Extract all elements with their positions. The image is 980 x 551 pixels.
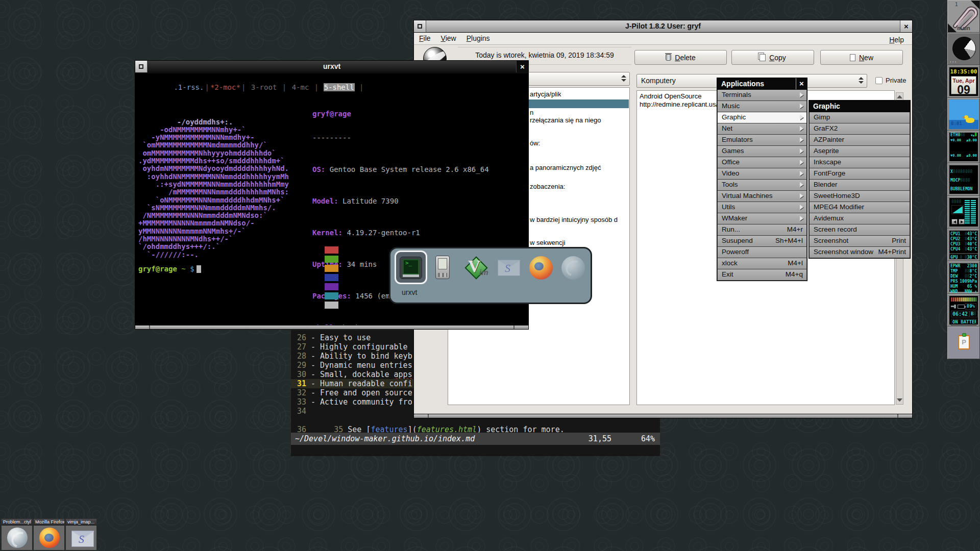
checkbox-icon[interactable] xyxy=(875,77,883,84)
menu-item[interactable]: Music xyxy=(717,101,807,112)
menu-titlebar[interactable]: Applications × xyxy=(717,78,807,90)
firefox-icon xyxy=(529,256,553,280)
menu-item[interactable]: Virtual Machines xyxy=(717,191,807,202)
dock-clock[interactable]: 18:35:00 Tue, Apr 09 xyxy=(947,65,980,98)
dock-gnustep-app[interactable]: ... xyxy=(947,33,980,65)
dock-parcellite[interactable]: P xyxy=(947,327,980,359)
switcher-icon-firefox[interactable] xyxy=(528,255,554,281)
memo-list-line[interactable]: artycja/plik xyxy=(530,90,561,98)
miniwindow[interactable]: vimja_imap... S xyxy=(65,518,97,550)
dock-weather[interactable]: EPWR2300 TMP888°C DEW882°C PRS1009hPa HU… xyxy=(947,261,980,294)
new-button[interactable]: New xyxy=(820,50,903,65)
menu-item[interactable]: Screenshot window M4+Print xyxy=(809,247,910,258)
menu-item[interactable]: Terminals xyxy=(717,90,807,101)
menu-item[interactable]: Inkscape xyxy=(809,157,910,168)
switcher-icon-clawsmail[interactable]: S xyxy=(496,255,522,281)
clip-prev-arrow[interactable] xyxy=(948,23,957,32)
menu-item[interactable]: Utils xyxy=(717,202,807,213)
menubar-item[interactable]: File xyxy=(414,33,436,44)
menu-item[interactable]: Susupend Sh+M4+l xyxy=(717,236,807,247)
dock-mixer[interactable]: 8888 xyxy=(947,196,980,229)
terminal-tab[interactable]: 3-root xyxy=(251,83,278,91)
terminal-tab[interactable]: | xyxy=(241,83,251,91)
dock-network-monitor[interactable]: ETH088▼▲8 ▼0.00▲0.00 ▼0.00▲0.00 xyxy=(947,131,980,163)
memo-list-line[interactable]: zobaczenia: xyxy=(530,183,565,190)
memo-list-line[interactable]: w bardziej intuicyjny sposób d xyxy=(530,216,618,223)
miniwindow[interactable]: Mozilla Firefox xyxy=(33,518,65,550)
close-button[interactable]: × xyxy=(900,20,912,32)
menu-item[interactable]: Blender xyxy=(809,180,910,191)
menu-item[interactable]: Emulators xyxy=(717,135,807,146)
menu-close-button[interactable]: × xyxy=(796,78,807,89)
memo-list-line[interactable]: n xyxy=(530,109,533,116)
dock-battery[interactable]: 89% 06:42B8 ON BATTERY xyxy=(947,294,980,327)
switcher-icon-firefox-old[interactable] xyxy=(560,255,586,281)
switcher-icon-urxvt[interactable]: >_ xyxy=(398,255,424,281)
menu-item[interactable]: Screen record xyxy=(809,224,910,236)
menu-item[interactable]: Tools xyxy=(717,180,807,191)
clip-next-arrow[interactable] xyxy=(971,1,979,9)
memo-list-line[interactable]: a panoramicznych zdjęć xyxy=(530,164,601,171)
cpu-temp-row: CPU2843°C xyxy=(949,237,978,242)
terminal-tab[interactable]: 5-shell xyxy=(324,83,355,91)
dock-clip[interactable]: 1 main xyxy=(947,0,980,33)
memo-list-line[interactable]: ów: xyxy=(530,139,540,147)
terminal-tab[interactable]: 4-mc xyxy=(291,83,310,91)
menu-item[interactable]: Office xyxy=(717,157,807,168)
terminal-tab[interactable]: .1-rss. xyxy=(173,83,204,91)
menu-item[interactable]: MPEG4 Modifier xyxy=(809,202,910,213)
miniaturize-button[interactable] xyxy=(135,61,148,72)
menu-item[interactable]: Games xyxy=(717,146,807,157)
menu-item[interactable]: Graphic xyxy=(717,112,807,123)
menu-item[interactable]: Screenshot Print xyxy=(809,236,910,247)
menu-item[interactable]: FontForge xyxy=(809,168,910,180)
app-switcher-panel[interactable]: >_ Vim S urxvt xyxy=(389,247,592,304)
resize-bar[interactable] xyxy=(135,325,528,329)
close-icon: × xyxy=(799,79,804,88)
menu-item[interactable]: Run... M4+r xyxy=(717,224,807,236)
delete-button[interactable]: Delete xyxy=(634,50,727,65)
switcher-icon-jpilot[interactable] xyxy=(429,255,456,281)
volume-triangle[interactable] xyxy=(951,205,964,214)
mixer-buttons[interactable] xyxy=(951,219,965,224)
menubar-item[interactable]: Plugins xyxy=(461,33,495,44)
graphic-submenu[interactable]: Graphic Gimp GraFX2 AZPainter Aseprite xyxy=(808,100,911,259)
resize-bar[interactable] xyxy=(414,414,912,418)
memo-list-line[interactable]: w sekwencji xyxy=(530,239,565,246)
dock-lcd-status[interactable]: X88888888 MOCP8888 BUBBLEMON xyxy=(947,163,980,196)
miniaturize-button[interactable] xyxy=(414,20,426,32)
scroll-up-icon[interactable] xyxy=(897,95,902,98)
switcher-icon-vim[interactable]: Vim xyxy=(463,255,489,281)
close-button[interactable]: × xyxy=(516,61,528,72)
menu-item[interactable]: Avidemux xyxy=(809,213,910,224)
jpilot-titlebar[interactable]: J-Pilot 1.8.2 User: gryf × xyxy=(414,20,912,33)
private-checkbox[interactable]: Private xyxy=(875,77,906,84)
menu-item[interactable]: Exit M4+q xyxy=(717,269,807,281)
menu-item[interactable]: Gimp xyxy=(809,112,910,123)
terminal-tab[interactable]: | xyxy=(277,83,291,91)
terminal-tab[interactable]: | xyxy=(309,83,323,91)
menubar-item[interactable]: View xyxy=(436,33,461,44)
shell-prompt[interactable]: gryf@rage ~ $ xyxy=(138,265,201,273)
menu-item[interactable]: AZPainter xyxy=(809,135,910,146)
applications-menu[interactable]: Applications × Terminals Music Graphic xyxy=(717,78,807,281)
menu-item[interactable]: Video xyxy=(717,168,807,180)
scroll-down-icon[interactable] xyxy=(897,398,902,402)
urxvt-titlebar[interactable]: urxvt × xyxy=(135,61,528,74)
menu-item[interactable]: Aseprite xyxy=(809,146,910,157)
terminal-tab[interactable]: | xyxy=(204,83,209,91)
dock-bubblemon-duck[interactable]: 0:01 xyxy=(947,98,980,131)
menu-item[interactable]: xlock M4+l xyxy=(717,258,807,269)
menu-item[interactable]: Net xyxy=(717,123,807,135)
copy-button[interactable]: Copy xyxy=(731,50,814,65)
dock-cpu-temps[interactable]: CPU1843°C CPU2843°C CPU3840°C CPU4843°C … xyxy=(947,229,980,261)
menubar-item-help[interactable]: Help xyxy=(884,34,909,45)
menu-item[interactable]: GraFX2 xyxy=(809,123,910,135)
menu-item[interactable]: Poweroff xyxy=(717,247,807,258)
menu-item[interactable]: WMaker xyxy=(717,213,807,224)
terminal-tab[interactable]: *2-moc* xyxy=(210,83,241,91)
terminal-tab[interactable]: | xyxy=(355,83,364,91)
memo-list-line[interactable]: rzełączania się na niego xyxy=(530,116,601,124)
menu-item[interactable]: SweetHome3D xyxy=(809,191,910,202)
miniwindow[interactable]: Problem...ctyl xyxy=(1,518,33,550)
